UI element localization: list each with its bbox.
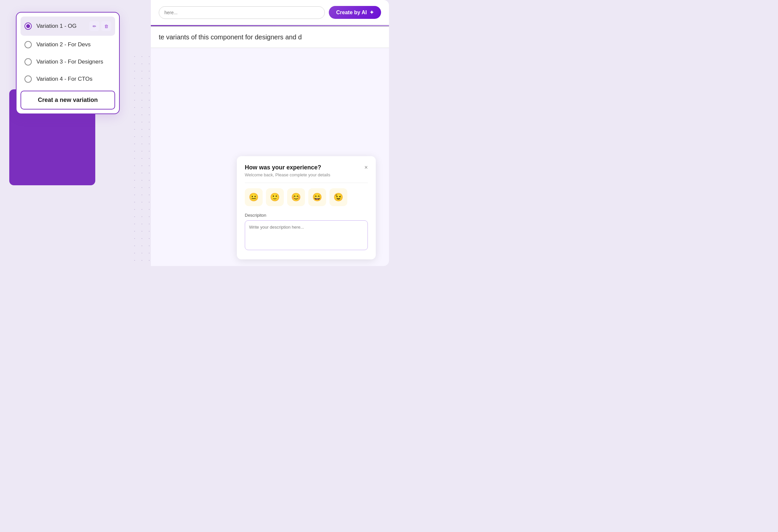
description-textarea[interactable]: [245, 220, 368, 250]
emoji-btn-1[interactable]: 😐: [245, 188, 263, 206]
emoji-btn-4[interactable]: 😄: [308, 188, 326, 206]
editor-search-input[interactable]: [159, 6, 325, 19]
radio-3: [24, 58, 32, 66]
ai-icon: ✦: [370, 9, 374, 15]
item-actions: ✏ 🗑: [89, 21, 111, 31]
variation-label-4: Variation 4 - For CTOs: [36, 76, 111, 82]
variation-item-1[interactable]: Variation 1 - OG ✏ 🗑: [20, 16, 115, 36]
radio-4: [24, 75, 32, 83]
variation-item-3[interactable]: Variation 3 - For Designers: [20, 54, 115, 70]
feedback-divider: [245, 182, 368, 183]
delete-button[interactable]: 🗑: [101, 21, 111, 31]
editor-topbar: Create by AI ✦: [151, 0, 389, 25]
feedback-title: How was your experience?: [245, 164, 321, 171]
variation-item-4[interactable]: Variation 4 - For CTOs: [20, 71, 115, 87]
variation-dropdown: Variation 1 - OG ✏ 🗑 Variation 2 - For D…: [16, 12, 120, 114]
radio-2: [24, 41, 32, 48]
emoji-btn-5[interactable]: 😉: [329, 188, 347, 206]
editor-panel: Create by AI ✦ te variants of this compo…: [151, 0, 389, 266]
radio-selected: [24, 22, 32, 30]
variation-item-2[interactable]: Variation 2 - For Devs: [20, 36, 115, 53]
variation-label-3: Variation 3 - For Designers: [36, 59, 111, 65]
feedback-close-button[interactable]: ×: [364, 164, 368, 171]
feedback-header: How was your experience? ×: [245, 164, 368, 171]
emoji-btn-2[interactable]: 🙂: [266, 188, 284, 206]
feedback-card: How was your experience? × Welcome back,…: [237, 156, 376, 259]
description-label: Descripiton: [245, 213, 368, 218]
new-variation-button[interactable]: Creat a new variation: [20, 91, 115, 109]
edit-button[interactable]: ✏: [89, 21, 99, 31]
create-ai-button[interactable]: Create by AI ✦: [329, 6, 381, 19]
editor-content: te variants of this component for design…: [151, 27, 389, 48]
create-ai-label: Create by AI: [336, 10, 367, 15]
variation-label-1: Variation 1 - OG: [36, 23, 89, 29]
variation-label-2: Variation 2 - For Devs: [36, 42, 111, 48]
emoji-row: 😐 🙂 😊 😄 😉: [245, 188, 368, 206]
feedback-subtitle: Welcome back, Please complete your detai…: [245, 172, 368, 177]
editor-content-text: te variants of this component for design…: [159, 33, 302, 41]
emoji-btn-3[interactable]: 😊: [287, 188, 305, 206]
